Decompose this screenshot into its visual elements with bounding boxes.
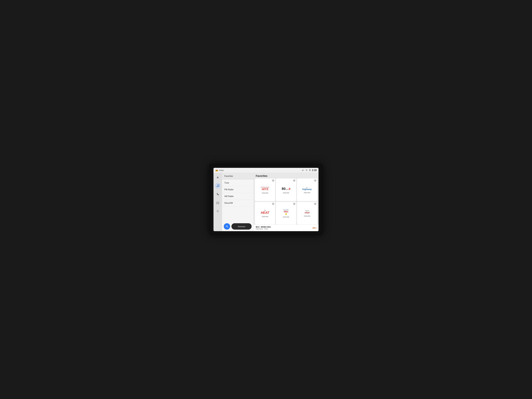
svg-line-7 bbox=[218, 185, 219, 185]
favorite-card-the-heat[interactable]: + The HEAT Subscribe bbox=[255, 202, 275, 224]
subscribe-label: Subscribe bbox=[283, 192, 289, 194]
subscribe-label: Subscribe bbox=[304, 192, 310, 193]
add-favorite-btn[interactable]: + bbox=[293, 179, 295, 182]
header-title: Radio bbox=[219, 169, 224, 171]
now-playing-info: 96.5 · WOEX-HD1 Katy Perry · Roar bbox=[256, 226, 271, 230]
top-bar-right: 2:28 bbox=[302, 169, 317, 172]
sidebar-item-phone[interactable] bbox=[215, 191, 221, 197]
subscribe-label: Subscribe bbox=[262, 192, 268, 194]
favorite-card-the-highway[interactable]: + the highway Subscribe bbox=[297, 178, 317, 201]
car-bezel: 📻 Radio bbox=[209, 164, 323, 235]
menu-bottom: Sources bbox=[222, 222, 253, 231]
station-logo-classic-vinyl: Classic vinyl bbox=[304, 210, 310, 214]
screen: 📻 Radio bbox=[214, 168, 318, 231]
subscribe-label: Subscribe bbox=[304, 215, 310, 217]
svg-marker-2 bbox=[217, 176, 219, 178]
subscribe-label: Subscribe bbox=[262, 216, 268, 217]
content-title: Favorites bbox=[253, 173, 318, 178]
sidebar-item-navigation[interactable] bbox=[215, 174, 221, 180]
sidebar-item-music[interactable] bbox=[215, 183, 221, 189]
menu-panel: Favorites Tune FM Radio › AM Radio › Sir… bbox=[222, 173, 253, 231]
favorite-card-classic-vinyl[interactable]: + Classic vinyl Subscribe bbox=[297, 202, 317, 224]
menu-tune-label: Tune bbox=[224, 182, 229, 184]
favorite-card-80s-on-8[interactable]: + 80 s on 8 Subscribe bbox=[276, 178, 296, 201]
add-favorite-btn[interactable]: + bbox=[272, 179, 274, 182]
svg-point-1 bbox=[306, 171, 307, 171]
menu-item-fm-radio[interactable]: FM Radio › bbox=[222, 186, 253, 193]
menu-siriusxm-label: SiriusXM bbox=[224, 202, 233, 204]
radio-icon: 📻 bbox=[215, 169, 218, 171]
svg-point-9 bbox=[216, 203, 217, 204]
menu-favorites-label: Favorites bbox=[224, 175, 233, 177]
bluetooth-icon bbox=[309, 169, 310, 172]
favorites-grid: + CLASSIC ROCK HITS Subscribe + 80 s bbox=[253, 178, 318, 224]
now-playing-track: Katy Perry · Roar bbox=[256, 228, 271, 230]
wifi-icon bbox=[305, 169, 308, 171]
station-logo-the-heat: The HEAT bbox=[260, 209, 270, 215]
fm-radio-chevron-icon: › bbox=[251, 189, 251, 190]
station-logo-sirius-hits-1: SiriusXM Hits 1 bbox=[283, 209, 289, 215]
now-playing-song: Roar bbox=[264, 228, 268, 230]
am-radio-chevron-icon: › bbox=[251, 195, 251, 197]
svg-point-0 bbox=[303, 171, 303, 171]
add-favorite-btn[interactable]: + bbox=[314, 179, 317, 182]
main-content: Favorites Tune FM Radio › AM Radio › Sir… bbox=[214, 173, 318, 231]
menu-item-am-radio[interactable]: AM Radio › bbox=[222, 193, 253, 200]
station-logo-80s-on-8: 80 s on 8 bbox=[281, 186, 291, 191]
menu-fm-radio-label: FM Radio bbox=[224, 188, 233, 191]
svg-point-10 bbox=[218, 203, 219, 204]
search-button[interactable] bbox=[224, 223, 230, 230]
signal-off-icon bbox=[302, 169, 304, 171]
now-playing-station: 96.5 · WOEX-HD1 bbox=[256, 226, 271, 228]
favorite-card-sirius-hits-1[interactable]: + SiriusXM Hits 1 Subscribe bbox=[276, 202, 296, 224]
content-panel: Favorites + CLASSIC ROCK HITS Subscribe … bbox=[253, 173, 318, 231]
svg-point-11 bbox=[217, 211, 218, 211]
sidebar-item-car[interactable] bbox=[215, 200, 221, 206]
top-bar: 📻 Radio bbox=[214, 168, 318, 173]
now-playing-bar[interactable]: 96.5 · WOEX-HD1 Katy Perry · Roar HD·1 bbox=[253, 224, 318, 231]
menu-item-tune[interactable]: Tune bbox=[222, 180, 253, 186]
favorite-card-classic-rock-hits[interactable]: + CLASSIC ROCK HITS Subscribe bbox=[255, 178, 275, 201]
sources-button[interactable]: Sources bbox=[231, 223, 252, 230]
sidebar-item-settings[interactable] bbox=[215, 208, 221, 214]
add-favorite-btn[interactable]: + bbox=[272, 203, 274, 205]
menu-item-siriusxm[interactable]: SiriusXM › bbox=[222, 200, 253, 207]
clock: 2:28 bbox=[312, 169, 317, 172]
top-bar-left: 📻 Radio bbox=[215, 169, 224, 171]
siriusxm-chevron-icon: › bbox=[251, 202, 251, 204]
menu-item-favorites[interactable]: Favorites bbox=[222, 173, 253, 180]
svg-line-13 bbox=[227, 227, 228, 228]
add-favorite-btn[interactable]: + bbox=[293, 203, 295, 205]
subscribe-label: Subscribe bbox=[283, 216, 289, 218]
station-logo-classic-rock-hits: CLASSIC ROCK HITS bbox=[260, 186, 270, 191]
station-logo-the-highway: the highway bbox=[302, 186, 312, 191]
hd-badge: HD·1 bbox=[312, 227, 317, 229]
add-favorite-btn[interactable]: + bbox=[314, 203, 317, 205]
menu-am-radio-label: AM Radio bbox=[224, 195, 234, 197]
now-playing-artist: Katy Perry bbox=[256, 228, 263, 230]
icon-sidebar bbox=[214, 173, 222, 231]
